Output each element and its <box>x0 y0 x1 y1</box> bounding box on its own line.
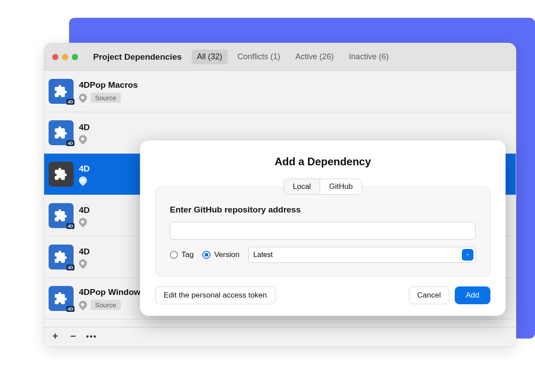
tab-github[interactable]: GitHub <box>320 179 362 194</box>
filter-bar: All (32) Conflicts (1) Active (26) Inact… <box>192 49 394 64</box>
radio-version-label: Version <box>214 250 239 259</box>
filter-inactive[interactable]: Inactive (6) <box>344 49 394 64</box>
version-option-row: Tag Version Latest <box>170 247 476 263</box>
footer-bar: + − ••• <box>44 327 516 347</box>
dependency-name: 4D <box>79 205 90 215</box>
add-confirm-button[interactable]: Add <box>455 286 490 304</box>
minimize-icon[interactable] <box>62 54 68 60</box>
dependency-name: 4D <box>79 164 90 174</box>
version-select[interactable]: Latest <box>248 247 476 263</box>
modal-actions: Edit the personal access token Cancel Ad… <box>155 286 490 304</box>
app-badge: 4D <box>66 223 74 229</box>
close-icon[interactable] <box>52 54 58 60</box>
location-pin-icon <box>77 175 88 186</box>
radio-tag[interactable]: Tag <box>170 250 193 259</box>
puzzle-icon: 4D <box>49 203 74 228</box>
traffic-lights <box>52 54 78 60</box>
source-tag: Source <box>91 300 121 310</box>
location-pin-icon <box>77 92 88 103</box>
repo-address-input[interactable] <box>170 222 476 240</box>
puzzle-icon: 4D <box>49 245 74 270</box>
more-button[interactable]: ••• <box>86 332 96 342</box>
dependency-name: 4DPop Macros <box>79 80 138 90</box>
app-badge: 4D <box>66 99 74 105</box>
puzzle-icon: 4D <box>49 79 74 104</box>
filter-all[interactable]: All (32) <box>192 49 228 64</box>
location-pin-icon <box>77 299 88 310</box>
app-badge: 4D <box>66 306 74 312</box>
radio-icon <box>202 251 210 259</box>
source-segmented-control: Local GitHub <box>284 179 362 195</box>
location-pin-icon <box>77 216 88 227</box>
puzzle-icon: 4D <box>49 120 74 145</box>
radio-tag-label: Tag <box>181 250 193 259</box>
chevron-down-icon <box>462 249 473 261</box>
maximize-icon[interactable] <box>72 54 78 60</box>
tab-local[interactable]: Local <box>284 179 320 194</box>
list-item[interactable]: 4D 4DPop Macros Source <box>44 71 516 112</box>
edit-token-button[interactable]: Edit the personal access token <box>155 286 276 304</box>
filter-active[interactable]: Active (26) <box>290 49 339 64</box>
dependency-name: 4DPop Window <box>79 287 140 297</box>
window-title: Project Dependencies <box>93 52 182 62</box>
radio-icon <box>170 251 178 259</box>
github-panel: Enter GitHub repository address Tag Vers… <box>155 187 490 277</box>
cancel-button[interactable]: Cancel <box>409 286 449 304</box>
modal-title: Add a Dependency <box>155 155 490 168</box>
dependency-name: 4D <box>79 247 90 257</box>
add-button[interactable]: + <box>50 332 60 342</box>
app-badge: 4D <box>66 265 74 270</box>
filter-conflicts[interactable]: Conflicts (1) <box>232 49 286 64</box>
radio-version[interactable]: Version <box>202 250 239 259</box>
version-select-value: Latest <box>253 251 273 259</box>
puzzle-icon: 4D <box>49 286 74 311</box>
add-dependency-modal: Add a Dependency Local GitHub Enter GitH… <box>140 140 506 316</box>
location-pin-icon <box>77 257 88 269</box>
address-label: Enter GitHub repository address <box>170 205 476 215</box>
remove-button[interactable]: − <box>68 332 78 342</box>
app-badge: 4D <box>66 140 74 146</box>
source-tag: Source <box>91 93 121 103</box>
dependency-name: 4D <box>79 122 90 132</box>
puzzle-icon <box>49 162 74 187</box>
toolbar: Project Dependencies All (32) Conflicts … <box>44 43 516 71</box>
location-pin-icon <box>77 133 88 144</box>
